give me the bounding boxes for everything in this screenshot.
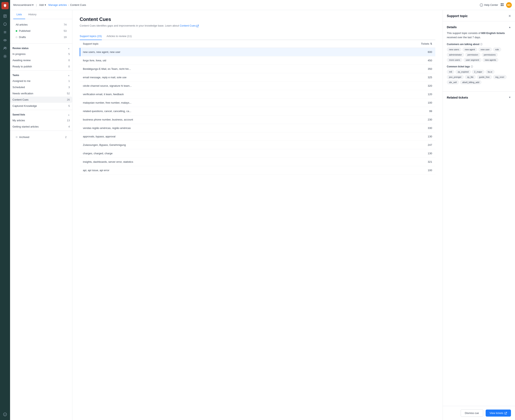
nav-icon-zendesk[interactable]: Z xyxy=(1,411,9,418)
sidebar-item-in-progress[interactable]: In progress 5 xyxy=(10,51,72,57)
row-tickets: 99 xyxy=(412,110,432,113)
tasks-header[interactable]: Tasks ▲ xyxy=(10,71,72,78)
sidebar-item-content-cues[interactable]: Content Cues 26 xyxy=(10,97,72,103)
sidebar-item-archived[interactable]: ⊟ Archived 2 xyxy=(13,134,69,140)
table-row[interactable]: approvals, bypass, approval 130 xyxy=(80,132,435,141)
ticket-tag: zp_lite xyxy=(465,75,476,79)
table-row[interactable]: Bestätigungs-E-Mail, es Team, nicht hin.… xyxy=(80,65,435,73)
close-panel-button[interactable]: ✕ xyxy=(508,14,511,18)
customers-info-icon[interactable]: ⓘ xyxy=(480,43,482,46)
sidebar-item-published[interactable]: Published 53 xyxy=(13,28,69,34)
tab-support-topics[interactable]: Support topics (15) xyxy=(80,33,102,40)
row-topic: cécile channel source, signature hi team… xyxy=(83,84,412,87)
customer-tag: permissions xyxy=(482,53,498,57)
table-row[interactable]: cécile channel source, signature hi team… xyxy=(80,82,435,90)
view-tickets-button[interactable]: View tickets xyxy=(486,410,511,417)
tab-lists[interactable]: Lists xyxy=(13,10,25,19)
tab-articles-to-review[interactable]: Articles to review (11) xyxy=(107,33,132,40)
app-logo[interactable] xyxy=(1,2,9,9)
table-row[interactable]: forgo livre, livea, uid 450 xyxy=(80,56,435,65)
topnav: Monocambrand ▾ | Add ▾ Manage articles ›… xyxy=(10,0,515,10)
sidebar-item-assigned-to-me[interactable]: Assigned to me 1 xyxy=(10,78,72,84)
customer-tag: more users xyxy=(447,58,462,62)
review-status-header[interactable]: Review status ▲ xyxy=(10,45,72,51)
avatar[interactable]: MC xyxy=(506,2,512,8)
nav-icon-list[interactable] xyxy=(1,29,9,36)
breadcrumb: Manage articles › Content Cues xyxy=(48,3,86,7)
left-sidebar: Lists History All articles 74 Published … xyxy=(10,10,72,420)
brand-link[interactable]: Monocambrand ▾ xyxy=(13,3,34,7)
add-button[interactable]: Add ▾ xyxy=(39,3,46,7)
table-row[interactable]: vendas região américas, região américas … xyxy=(80,124,435,132)
row-topic: related questions, cancel, cancelling, c… xyxy=(83,110,412,113)
saved-lists-header[interactable]: Saved lists ▲ xyxy=(10,111,72,117)
nav-icon-users[interactable] xyxy=(1,45,9,52)
col-header-tickets[interactable]: Tickets ⇅ xyxy=(412,42,432,45)
content-cues-link[interactable]: Content Cues xyxy=(180,24,199,27)
table-row[interactable]: business phone number, business, account… xyxy=(80,115,435,124)
sidebar-item-getting-started[interactable]: Getting started articles 4 xyxy=(10,123,72,130)
row-tickets: 247 xyxy=(412,143,432,146)
svg-point-12 xyxy=(5,47,6,48)
row-topic: business phone number, business, account xyxy=(83,118,412,121)
tab-history[interactable]: History xyxy=(25,10,40,19)
sidebar-item-ready-to-publish[interactable]: Ready to publish 0 xyxy=(10,63,72,70)
table-row[interactable]: api, api issue, api error 100 xyxy=(80,166,435,175)
sidebar-item-captured-knowledge[interactable]: Captured Knowledge 5 xyxy=(10,103,72,109)
svg-point-13 xyxy=(4,56,6,57)
row-tickets: 230 xyxy=(412,118,432,121)
table-row[interactable]: related questions, cancel, cancelling, c… xyxy=(80,107,435,115)
customer-tag: new user xyxy=(478,47,492,52)
review-status-items: In progress 5 Awaiting review 0 Ready to… xyxy=(10,51,72,70)
table-row[interactable]: email message, reply e mail, sole use 32… xyxy=(80,73,435,82)
nav-icon-settings[interactable] xyxy=(1,53,9,60)
help-center-button[interactable]: ? Help Center xyxy=(480,3,498,7)
sidebar-item-drafts[interactable]: Drafts 19 xyxy=(13,34,69,40)
table-row[interactable]: insights, dashboards, server error, stat… xyxy=(80,158,435,166)
ticket-tags-info-icon[interactable]: ⓘ xyxy=(471,65,473,68)
sort-icon: ⇅ xyxy=(430,42,432,45)
row-topic: forgo livre, livea, uid xyxy=(83,59,412,62)
details-title: Details xyxy=(447,25,457,29)
table-row[interactable]: verification email, it team, feedback 12… xyxy=(80,90,435,98)
nav-icon-articles[interactable] xyxy=(1,13,9,20)
dismiss-cue-button[interactable]: Dismiss cue xyxy=(461,409,483,417)
drafts-circle xyxy=(16,36,17,38)
table-row[interactable]: charges, charged, charge 130 xyxy=(80,149,435,158)
view-external-icon xyxy=(505,412,507,414)
details-section-header[interactable]: Details ▲ xyxy=(447,25,511,29)
table-row[interactable]: malaysian number, free number, malays...… xyxy=(80,98,435,107)
nav-icon-tickets[interactable]: ! xyxy=(1,21,9,28)
nav-icon-eye[interactable] xyxy=(1,37,9,44)
related-tickets-title: Related tickets xyxy=(447,96,468,99)
published-dot xyxy=(16,30,17,32)
customer-tags: new usersnew agentnew userroleadministra… xyxy=(447,47,511,62)
customer-tag: permission xyxy=(465,53,480,57)
ticket-tag: sbr_sell xyxy=(447,80,459,84)
archive-icon: ⊟ xyxy=(16,136,17,138)
right-panel: Support topic ✕ Details ▲ This support t… xyxy=(443,10,515,420)
table-row[interactable]: Zulassungen, Bypass, Genehmigung 247 xyxy=(80,141,435,149)
table-row[interactable]: new users, new agent, new user 600 xyxy=(80,48,435,56)
breadcrumb-current: Content Cues xyxy=(70,3,86,7)
sidebar-item-awaiting-review[interactable]: Awaiting review 0 xyxy=(10,57,72,63)
row-topic: Bestätigungs-E-Mail, es Team, nicht hin.… xyxy=(83,68,412,70)
row-tickets: 130 xyxy=(412,135,432,138)
sidebar-item-scheduled[interactable]: Scheduled 3 xyxy=(10,84,72,90)
sidebar-item-needs-verification[interactable]: Needs verification 52 xyxy=(10,90,72,97)
ticket-tag: reg_nrorr xyxy=(493,75,507,79)
related-tickets-header[interactable]: Related tickets ▼ xyxy=(447,96,511,99)
sidebar-item-my-articles[interactable]: My articles 13 xyxy=(10,117,72,123)
ticket-tag: afsell_billing_add xyxy=(460,80,481,84)
grid-icon[interactable] xyxy=(500,3,504,7)
row-topic: vendas região américas, região américas xyxy=(83,127,412,129)
svg-rect-20 xyxy=(501,5,502,6)
ticket-tag: guide_free xyxy=(477,75,492,79)
svg-text:?: ? xyxy=(481,4,482,6)
divider-3 xyxy=(10,110,72,110)
sidebar-item-all-articles[interactable]: All articles 74 xyxy=(13,22,69,28)
svg-rect-19 xyxy=(502,3,504,4)
breadcrumb-manage-articles[interactable]: Manage articles xyxy=(48,3,67,7)
page-title: Content Cues xyxy=(80,16,435,22)
row-topic: verification email, it team, feedback xyxy=(83,93,412,96)
